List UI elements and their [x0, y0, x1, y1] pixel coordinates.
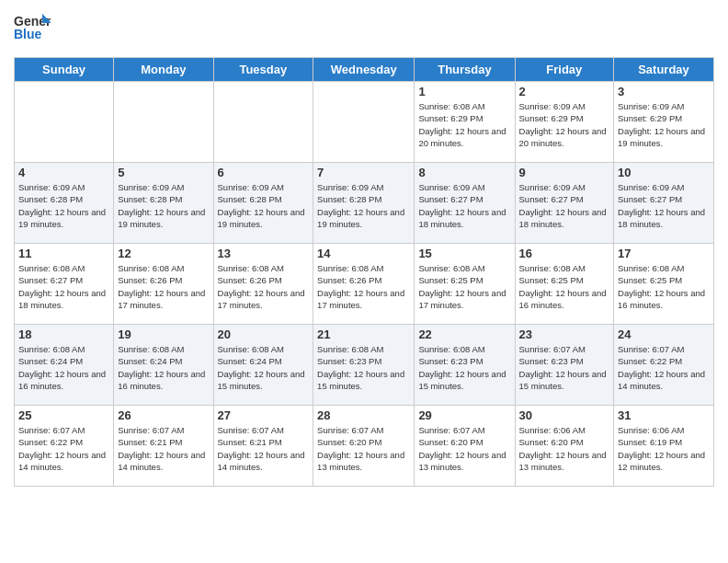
day-info: Sunrise: 6:07 AM Sunset: 6:20 PM Dayligh… — [418, 424, 510, 473]
calendar-cell: 19Sunrise: 6:08 AM Sunset: 6:24 PM Dayli… — [114, 325, 213, 406]
day-info: Sunrise: 6:08 AM Sunset: 6:25 PM Dayligh… — [418, 262, 510, 311]
day-info: Sunrise: 6:08 AM Sunset: 6:23 PM Dayligh… — [317, 343, 410, 392]
day-info: Sunrise: 6:08 AM Sunset: 6:25 PM Dayligh… — [618, 262, 710, 311]
calendar-cell: 29Sunrise: 6:07 AM Sunset: 6:20 PM Dayli… — [415, 406, 515, 487]
day-number: 8 — [418, 166, 510, 179]
day-number: 6 — [218, 166, 310, 179]
calendar-week-row: 11Sunrise: 6:08 AM Sunset: 6:27 PM Dayli… — [15, 244, 714, 325]
day-number: 27 — [218, 408, 310, 422]
calendar-header-row: SundayMondayTuesdayWednesdayThursdayFrid… — [15, 58, 714, 82]
day-info: Sunrise: 6:08 AM Sunset: 6:25 PM Dayligh… — [519, 262, 610, 311]
calendar-cell: 23Sunrise: 6:07 AM Sunset: 6:23 PM Dayli… — [515, 325, 614, 406]
calendar-cell: 1Sunrise: 6:08 AM Sunset: 6:29 PM Daylig… — [415, 82, 515, 163]
day-number: 30 — [519, 408, 610, 422]
calendar-weekday-header: Tuesday — [213, 58, 313, 82]
day-info: Sunrise: 6:08 AM Sunset: 6:24 PM Dayligh… — [18, 343, 109, 392]
day-info: Sunrise: 6:08 AM Sunset: 6:24 PM Dayligh… — [118, 343, 209, 392]
calendar-weekday-header: Thursday — [415, 58, 515, 82]
calendar-cell: 20Sunrise: 6:08 AM Sunset: 6:24 PM Dayli… — [213, 325, 313, 406]
calendar-cell — [114, 82, 213, 163]
logo-icon: General Blue — [14, 9, 51, 50]
day-info: Sunrise: 6:07 AM Sunset: 6:21 PM Dayligh… — [218, 424, 310, 473]
day-number: 16 — [519, 247, 610, 260]
day-info: Sunrise: 6:09 AM Sunset: 6:29 PM Dayligh… — [519, 100, 610, 149]
day-number: 9 — [519, 166, 610, 179]
day-info: Sunrise: 6:07 AM Sunset: 6:22 PM Dayligh… — [618, 343, 710, 392]
day-info: Sunrise: 6:08 AM Sunset: 6:27 PM Dayligh… — [18, 262, 109, 311]
day-number: 1 — [418, 85, 510, 98]
day-number: 12 — [118, 247, 209, 260]
day-number: 19 — [118, 327, 209, 341]
calendar-cell: 26Sunrise: 6:07 AM Sunset: 6:21 PM Dayli… — [114, 406, 213, 487]
logo: General Blue — [14, 9, 51, 50]
day-number: 7 — [317, 166, 410, 179]
calendar-cell — [15, 82, 114, 163]
calendar-cell: 18Sunrise: 6:08 AM Sunset: 6:24 PM Dayli… — [15, 325, 114, 406]
calendar-cell: 2Sunrise: 6:09 AM Sunset: 6:29 PM Daylig… — [515, 82, 614, 163]
svg-text:Blue: Blue — [14, 27, 42, 41]
calendar-weekday-header: Friday — [515, 58, 614, 82]
day-number: 21 — [317, 327, 410, 341]
day-number: 29 — [418, 408, 510, 422]
day-number: 15 — [418, 247, 510, 260]
day-info: Sunrise: 6:08 AM Sunset: 6:29 PM Dayligh… — [418, 100, 510, 149]
day-number: 24 — [618, 327, 710, 341]
page: General Blue SundayMondayTuesdayWednesda… — [0, 0, 728, 563]
day-number: 23 — [519, 327, 610, 341]
calendar-cell: 22Sunrise: 6:08 AM Sunset: 6:23 PM Dayli… — [415, 325, 515, 406]
day-number: 10 — [618, 166, 710, 179]
day-info: Sunrise: 6:08 AM Sunset: 6:26 PM Dayligh… — [118, 262, 209, 311]
day-number: 2 — [519, 85, 610, 98]
day-info: Sunrise: 6:09 AM Sunset: 6:28 PM Dayligh… — [18, 181, 109, 230]
calendar-cell: 13Sunrise: 6:08 AM Sunset: 6:26 PM Dayli… — [213, 244, 313, 325]
calendar-cell: 7Sunrise: 6:09 AM Sunset: 6:28 PM Daylig… — [313, 163, 415, 244]
calendar-cell: 24Sunrise: 6:07 AM Sunset: 6:22 PM Dayli… — [614, 325, 714, 406]
day-info: Sunrise: 6:08 AM Sunset: 6:24 PM Dayligh… — [218, 343, 310, 392]
calendar-cell: 11Sunrise: 6:08 AM Sunset: 6:27 PM Dayli… — [15, 244, 114, 325]
day-number: 3 — [618, 85, 710, 98]
day-info: Sunrise: 6:09 AM Sunset: 6:27 PM Dayligh… — [618, 181, 710, 230]
calendar-cell: 6Sunrise: 6:09 AM Sunset: 6:28 PM Daylig… — [213, 163, 313, 244]
calendar-cell: 25Sunrise: 6:07 AM Sunset: 6:22 PM Dayli… — [15, 406, 114, 487]
day-info: Sunrise: 6:07 AM Sunset: 6:22 PM Dayligh… — [18, 424, 109, 473]
day-number: 5 — [118, 166, 209, 179]
day-info: Sunrise: 6:08 AM Sunset: 6:23 PM Dayligh… — [418, 343, 510, 392]
calendar-cell — [213, 82, 313, 163]
calendar-cell: 9Sunrise: 6:09 AM Sunset: 6:27 PM Daylig… — [515, 163, 614, 244]
calendar-cell: 31Sunrise: 6:06 AM Sunset: 6:19 PM Dayli… — [614, 406, 714, 487]
day-info: Sunrise: 6:09 AM Sunset: 6:27 PM Dayligh… — [418, 181, 510, 230]
calendar-cell: 5Sunrise: 6:09 AM Sunset: 6:28 PM Daylig… — [114, 163, 213, 244]
day-number: 22 — [418, 327, 510, 341]
day-info: Sunrise: 6:09 AM Sunset: 6:27 PM Dayligh… — [519, 181, 610, 230]
day-number: 18 — [18, 327, 109, 341]
day-info: Sunrise: 6:09 AM Sunset: 6:28 PM Dayligh… — [317, 181, 410, 230]
calendar-cell: 14Sunrise: 6:08 AM Sunset: 6:26 PM Dayli… — [313, 244, 415, 325]
day-info: Sunrise: 6:07 AM Sunset: 6:23 PM Dayligh… — [519, 343, 610, 392]
day-number: 13 — [218, 247, 310, 260]
day-number: 17 — [618, 247, 710, 260]
calendar-cell — [313, 82, 415, 163]
calendar-cell: 4Sunrise: 6:09 AM Sunset: 6:28 PM Daylig… — [15, 163, 114, 244]
calendar-cell: 17Sunrise: 6:08 AM Sunset: 6:25 PM Dayli… — [614, 244, 714, 325]
day-info: Sunrise: 6:06 AM Sunset: 6:19 PM Dayligh… — [618, 424, 710, 473]
day-number: 31 — [618, 408, 710, 422]
calendar-table: SundayMondayTuesdayWednesdayThursdayFrid… — [14, 57, 714, 487]
day-number: 28 — [317, 408, 410, 422]
calendar-cell: 16Sunrise: 6:08 AM Sunset: 6:25 PM Dayli… — [515, 244, 614, 325]
day-info: Sunrise: 6:08 AM Sunset: 6:26 PM Dayligh… — [317, 262, 410, 311]
calendar-week-row: 4Sunrise: 6:09 AM Sunset: 6:28 PM Daylig… — [15, 163, 714, 244]
day-number: 4 — [18, 166, 109, 179]
day-info: Sunrise: 6:09 AM Sunset: 6:28 PM Dayligh… — [218, 181, 310, 230]
calendar-cell: 3Sunrise: 6:09 AM Sunset: 6:29 PM Daylig… — [614, 82, 714, 163]
calendar-cell: 15Sunrise: 6:08 AM Sunset: 6:25 PM Dayli… — [415, 244, 515, 325]
day-info: Sunrise: 6:07 AM Sunset: 6:21 PM Dayligh… — [118, 424, 209, 473]
calendar-weekday-header: Sunday — [15, 58, 114, 82]
calendar-week-row: 18Sunrise: 6:08 AM Sunset: 6:24 PM Dayli… — [15, 325, 714, 406]
calendar-weekday-header: Saturday — [614, 58, 714, 82]
day-info: Sunrise: 6:07 AM Sunset: 6:20 PM Dayligh… — [317, 424, 410, 473]
calendar-cell: 30Sunrise: 6:06 AM Sunset: 6:20 PM Dayli… — [515, 406, 614, 487]
calendar-cell: 8Sunrise: 6:09 AM Sunset: 6:27 PM Daylig… — [415, 163, 515, 244]
day-info: Sunrise: 6:06 AM Sunset: 6:20 PM Dayligh… — [519, 424, 610, 473]
calendar-week-row: 1Sunrise: 6:08 AM Sunset: 6:29 PM Daylig… — [15, 82, 714, 163]
calendar-weekday-header: Monday — [114, 58, 213, 82]
